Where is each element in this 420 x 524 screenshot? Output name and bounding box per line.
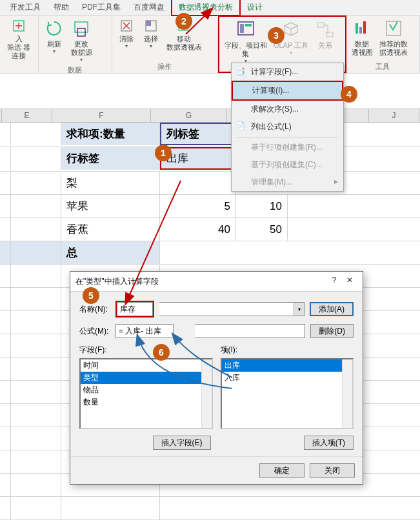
- pivotchart-button[interactable]: 数据 透视图: [349, 17, 375, 58]
- step-circle-1: 1: [155, 145, 172, 161]
- svg-rect-14: [363, 21, 366, 34]
- list-item[interactable]: 数量: [81, 396, 212, 408]
- name-select[interactable]: ▾: [159, 302, 305, 316]
- step-circle-4: 4: [341, 86, 357, 103]
- menu-col-set: 基于列项创建集(C)...: [232, 156, 343, 174]
- items-list-label: 项(I):: [221, 345, 354, 356]
- change-datasource-button[interactable]: 更改 数据源 ▾: [68, 17, 95, 64]
- name-input[interactable]: 库存: [117, 302, 153, 316]
- dialog-titlebar[interactable]: 在"类型"中插入计算字段 ? ✕: [70, 272, 363, 292]
- svg-rect-8: [240, 24, 244, 33]
- col-E[interactable]: E: [2, 109, 52, 122]
- svg-rect-5: [146, 21, 151, 26]
- svg-rect-13: [359, 27, 362, 34]
- svg-rect-12: [355, 23, 358, 34]
- row-labels-cell[interactable]: 行标签: [61, 147, 160, 170]
- add-button[interactable]: 添加(A): [310, 302, 354, 316]
- scrollbar[interactable]: [201, 359, 212, 428]
- ribbon: 入 筛选 器连接 刷新 ▾ 更改 数据源 ▾ 数据 清除▾: [0, 15, 420, 74]
- delete-button[interactable]: 删除(D): [310, 324, 354, 338]
- menu-calc-item[interactable]: 计算项(I)...: [232, 81, 343, 101]
- calc-field-dialog: 在"类型"中插入计算字段 ? ✕ 名称(N): 库存 ▾ 添加(A) 公式(M)…: [70, 271, 363, 485]
- sum-label[interactable]: 求和项:数量: [61, 123, 160, 145]
- menu-row-set: 基于行项创建集(R)...: [232, 139, 343, 156]
- tab-baidu[interactable]: 百度网盘: [127, 0, 171, 15]
- col-G[interactable]: G: [151, 109, 227, 122]
- menu-calc-field[interactable]: 📑计算字段(F)...: [232, 63, 343, 81]
- total-cell[interactable]: 总: [61, 241, 160, 264]
- svg-rect-10: [317, 23, 324, 27]
- recommend-button[interactable]: 推荐的数 据透视表: [377, 17, 410, 58]
- group-op-label: 操作: [115, 61, 215, 73]
- help-icon[interactable]: ?: [326, 276, 342, 287]
- name-label: 名称(N):: [79, 304, 115, 315]
- step-circle-6: 6: [153, 344, 170, 361]
- list-item[interactable]: 出库: [222, 359, 353, 372]
- formula-input[interactable]: [115, 324, 174, 338]
- cell-item-1[interactable]: 梨: [61, 172, 160, 194]
- svg-rect-1: [75, 22, 88, 32]
- svg-rect-9: [245, 24, 252, 26]
- fields-list-label: 字段(F):: [79, 345, 213, 356]
- close-button[interactable]: 关闭: [310, 463, 355, 478]
- cell-item-3[interactable]: 香蕉: [61, 218, 160, 241]
- relation-button[interactable]: 关系: [312, 18, 338, 51]
- step-circle-3: 3: [268, 27, 285, 44]
- formula-input-ext[interactable]: [195, 324, 306, 338]
- menu-manage-sets: 管理集(M)...▸: [232, 174, 343, 191]
- dialog-title: 在"类型"中插入计算字段: [75, 276, 326, 287]
- insert-field-button[interactable]: 插入字段(E): [153, 436, 211, 450]
- insert-button[interactable]: 入 筛选 器连接: [3, 17, 35, 62]
- step-circle-2: 2: [175, 13, 192, 30]
- fields-dropdown-menu: 📑计算字段(F)... 计算项(I)... 求解次序(S)... 📄列出公式(L…: [231, 63, 344, 192]
- select-button[interactable]: 选择▾: [139, 17, 163, 50]
- scrollbar[interactable]: [342, 359, 352, 428]
- column-headers: E F G J: [0, 109, 420, 123]
- fields-items-sets-button[interactable]: 字段、项目和 集▾: [222, 18, 270, 65]
- tab-design[interactable]: 设计: [241, 0, 269, 15]
- col-J[interactable]: J: [369, 109, 419, 122]
- tab-pdf[interactable]: PDF工具集: [75, 0, 127, 15]
- col-labels-cell[interactable]: 列标签: [160, 123, 236, 145]
- insert-item-button[interactable]: 插入项(T): [304, 436, 354, 450]
- step-circle-5: 5: [83, 287, 99, 304]
- items-listbox[interactable]: 出库 入库: [221, 358, 354, 429]
- clear-button[interactable]: 清除▾: [115, 17, 138, 50]
- col-F[interactable]: F: [52, 109, 151, 122]
- group-tools-label: 工具: [349, 61, 417, 73]
- list-item[interactable]: 类型: [81, 372, 212, 384]
- menu-solve-order[interactable]: 求解次序(S)...: [232, 101, 343, 118]
- refresh-button[interactable]: 刷新 ▾: [41, 17, 67, 55]
- cell-v2-1[interactable]: 5: [160, 195, 236, 217]
- list-item[interactable]: 时间: [81, 359, 212, 372]
- close-icon[interactable]: ✕: [342, 276, 357, 287]
- list-item[interactable]: 物品: [81, 384, 212, 396]
- list-item[interactable]: 入库: [222, 372, 353, 384]
- ribbon-tab-bar: 开发工具 帮助 PDF工具集 百度网盘 数据透视表分析 设计: [0, 0, 420, 15]
- tab-dev[interactable]: 开发工具: [3, 0, 47, 15]
- cell-item-2[interactable]: 苹果: [61, 195, 160, 217]
- dropdown-icon[interactable]: ▾: [294, 303, 304, 316]
- fields-listbox[interactable]: 时间 类型 物品 数量: [79, 358, 213, 429]
- tab-help[interactable]: 帮助: [47, 0, 75, 15]
- ok-button[interactable]: 确定: [259, 463, 305, 478]
- cell-v3-2[interactable]: 50: [236, 218, 288, 241]
- menu-list-formulas[interactable]: 📄列出公式(L): [232, 118, 343, 136]
- cell-v2-2[interactable]: 10: [236, 195, 288, 217]
- cell-v3-1[interactable]: 40: [160, 218, 236, 241]
- formula-label: 公式(M):: [79, 326, 115, 337]
